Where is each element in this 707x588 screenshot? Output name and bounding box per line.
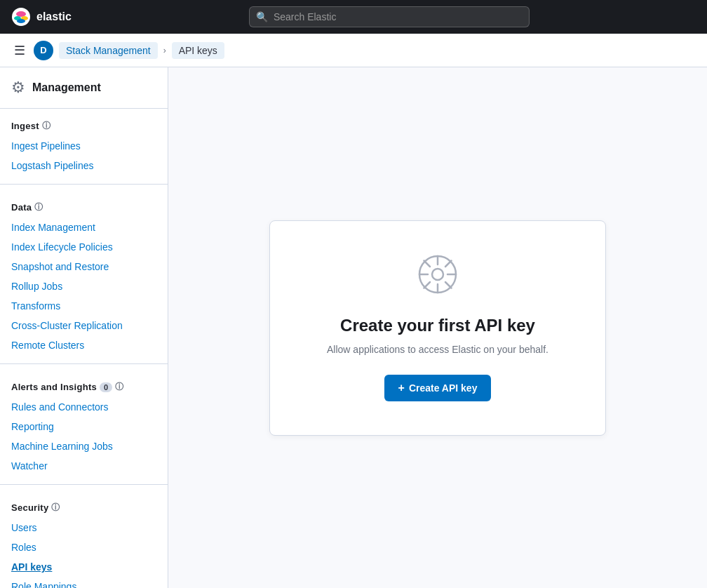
svg-point-1: [16, 11, 26, 17]
sidebar-item-machine-learning-jobs[interactable]: Machine Learning Jobs: [0, 436, 168, 456]
sidebar-item-watcher[interactable]: Watcher: [0, 456, 168, 476]
data-info-icon[interactable]: ⓘ: [34, 201, 43, 213]
divider-3: [0, 484, 168, 485]
svg-line-14: [424, 282, 431, 288]
sidebar-item-remote-clusters[interactable]: Remote Clusters: [0, 335, 168, 355]
breadcrumb-parent[interactable]: Stack Management: [59, 42, 158, 59]
empty-state-title: Create your first API key: [298, 316, 577, 335]
alerts-info-icon[interactable]: ⓘ: [115, 381, 123, 393]
search-bar[interactable]: 🔍: [249, 6, 530, 27]
sidebar-item-roles[interactable]: Roles: [0, 537, 168, 557]
breadcrumb-current: API keys: [172, 42, 224, 59]
sidebar-section-header-security: Security ⓘ: [0, 499, 168, 518]
sidebar-item-users[interactable]: Users: [0, 518, 168, 537]
sidebar-item-role-mappings[interactable]: Role Mappings: [0, 577, 168, 588]
sidebar-section-header-alerts: Alerts and Insights 0 ⓘ: [0, 378, 168, 397]
management-gear-icon: ⚙: [11, 79, 25, 97]
sidebar-item-rules-and-connectors[interactable]: Rules and Connectors: [0, 397, 168, 417]
divider-1: [0, 184, 168, 185]
divider-2: [0, 363, 168, 364]
empty-state-card: Create your first API key Allow applicat…: [269, 220, 606, 436]
search-icon: 🔍: [256, 11, 268, 22]
create-api-key-label: Create API key: [409, 382, 478, 394]
sidebar-section-alerts: Alerts and Insights 0 ⓘ Rules and Connec…: [0, 370, 168, 479]
sidebar-item-logstash-pipelines[interactable]: Logstash Pipelines: [0, 156, 168, 175]
sidebar-section-header-ingest: Ingest ⓘ: [0, 117, 168, 136]
sidebar-item-rollup-jobs[interactable]: Rollup Jobs: [0, 276, 168, 296]
sidebar-section-data: Data ⓘ Index Management Index Lifecycle …: [0, 190, 168, 358]
sidebar-item-ingest-pipelines[interactable]: Ingest Pipelines: [0, 136, 168, 156]
app-layout: ⚙ Management Ingest ⓘ Ingest Pipelines L…: [0, 67, 707, 588]
elastic-logo-text: elastic: [36, 11, 72, 23]
sidebar-header: ⚙ Management: [0, 67, 168, 109]
sidebar: ⚙ Management Ingest ⓘ Ingest Pipelines L…: [0, 67, 168, 588]
sidebar-item-snapshot-and-restore[interactable]: Snapshot and Restore: [0, 257, 168, 276]
top-nav: elastic 🔍: [0, 0, 707, 34]
sidebar-section-security: Security ⓘ Users Roles API keys Role Map…: [0, 490, 168, 588]
ingest-info-icon[interactable]: ⓘ: [42, 120, 50, 132]
sidebar-section-header-data: Data ⓘ: [0, 199, 168, 218]
search-input[interactable]: [249, 6, 530, 27]
sidebar-item-index-lifecycle-policies[interactable]: Index Lifecycle Policies: [0, 237, 168, 257]
empty-state-description: Allow applications to access Elastic on …: [298, 344, 577, 355]
svg-line-13: [445, 260, 452, 267]
svg-point-4: [17, 19, 25, 23]
create-api-key-button[interactable]: + Create API key: [384, 375, 492, 401]
sidebar-item-api-keys[interactable]: API keys: [0, 557, 168, 577]
breadcrumb-bar: ☰ D Stack Management › API keys: [0, 34, 707, 67]
avatar[interactable]: D: [34, 41, 53, 60]
security-info-icon[interactable]: ⓘ: [51, 502, 60, 514]
sidebar-item-transforms[interactable]: Transforms: [0, 296, 168, 316]
elastic-logo[interactable]: elastic: [11, 7, 72, 27]
main-content: Create your first API key Allow applicat…: [168, 67, 707, 588]
svg-point-6: [432, 269, 443, 280]
sidebar-item-cross-cluster-replication[interactable]: Cross-Cluster Replication: [0, 316, 168, 335]
sidebar-item-reporting[interactable]: Reporting: [0, 417, 168, 436]
empty-state-icon: [298, 255, 577, 302]
alerts-badge: 0: [100, 382, 112, 392]
hamburger-button[interactable]: ☰: [11, 40, 28, 61]
elastic-logo-icon: [11, 7, 31, 27]
sidebar-item-index-management[interactable]: Index Management: [0, 218, 168, 237]
sidebar-title: Management: [32, 81, 101, 94]
plus-icon: +: [398, 382, 405, 394]
svg-line-12: [445, 282, 452, 288]
breadcrumb-separator: ›: [163, 46, 166, 55]
sidebar-section-ingest: Ingest ⓘ Ingest Pipelines Logstash Pipel…: [0, 109, 168, 178]
svg-line-11: [424, 260, 431, 267]
